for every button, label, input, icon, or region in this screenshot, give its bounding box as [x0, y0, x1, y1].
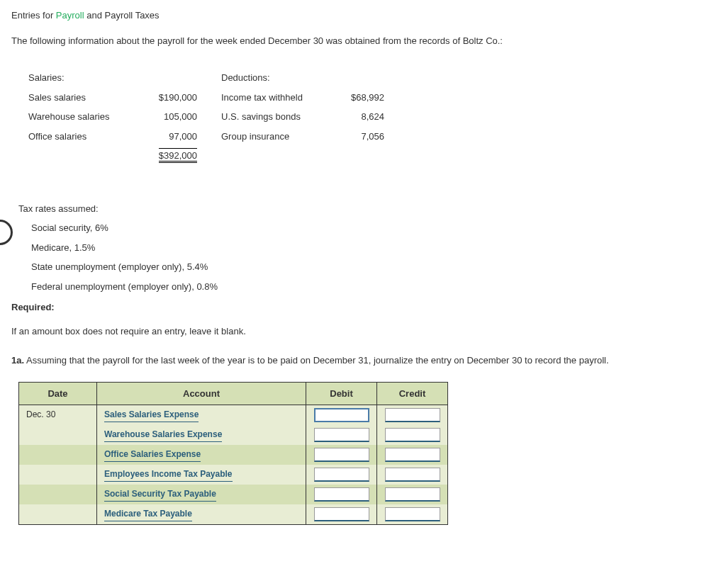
- journal-row: Office Salaries Expense: [19, 445, 448, 465]
- tax-item: State unemployment (employer only), 5.4%: [18, 260, 715, 274]
- deduction-row-amount: 7,056: [329, 128, 393, 146]
- debit-input[interactable]: [314, 468, 369, 482]
- journal-entry-table: Date Account Debit Credit Dec. 30 Sales …: [18, 382, 448, 526]
- account-dropdown[interactable]: Medicare Tax Payable: [104, 507, 192, 521]
- question-1a: 1a. Assuming that the payroll for the la…: [11, 354, 715, 368]
- account-header: Account: [97, 382, 306, 405]
- instruction-text: If an amount box does not require an ent…: [11, 324, 715, 339]
- credit-input[interactable]: [385, 468, 440, 482]
- salary-row-label: Sales salaries: [20, 89, 140, 107]
- journal-row: Medicare Tax Payable: [19, 504, 448, 525]
- journal-row: Warehouse Salaries Expense: [19, 425, 448, 445]
- debit-input[interactable]: [314, 487, 369, 502]
- credit-input[interactable]: [385, 428, 440, 442]
- date-header: Date: [19, 382, 97, 405]
- debit-header: Debit: [306, 382, 377, 405]
- account-dropdown[interactable]: Sales Salaries Expense: [104, 408, 199, 422]
- deduction-row-label: U.S. savings bonds: [207, 108, 328, 126]
- salary-row-label: Warehouse salaries: [20, 108, 140, 126]
- salary-row-label: Office salaries: [20, 128, 140, 146]
- debit-input[interactable]: [314, 507, 369, 521]
- deductions-header: Deductions:: [207, 69, 328, 87]
- title-prefix: Entries for: [11, 10, 56, 21]
- credit-input[interactable]: [385, 507, 440, 521]
- intro-text: The following information about the payr…: [11, 34, 715, 48]
- salaries-total: $392,000: [159, 148, 197, 163]
- deduction-row-amount: $68,992: [329, 89, 393, 107]
- required-label: Required:: [11, 300, 715, 315]
- checkpoint-indicator: [0, 220, 13, 245]
- question-text: Assuming that the payroll for the last w…: [24, 355, 609, 366]
- deduction-row-label: Group insurance: [207, 128, 328, 146]
- account-dropdown[interactable]: Warehouse Salaries Expense: [104, 428, 222, 442]
- credit-header: Credit: [377, 382, 448, 405]
- deduction-row-amount: 8,624: [329, 108, 393, 126]
- tax-header: Tax rates assumed:: [18, 202, 715, 216]
- journal-row: Dec. 30 Sales Salaries Expense: [19, 405, 448, 426]
- journal-row: Social Security Tax Payable: [19, 485, 448, 504]
- journal-date: Dec. 30: [19, 405, 97, 426]
- credit-input[interactable]: [385, 448, 440, 462]
- credit-input[interactable]: [385, 487, 440, 502]
- deduction-row-label: Income tax withheld: [207, 89, 328, 107]
- account-dropdown[interactable]: Office Salaries Expense: [104, 448, 201, 462]
- tax-item: Medicare, 1.5%: [18, 241, 715, 255]
- tax-item: Federal unemployment (employer only), 0.…: [18, 280, 715, 294]
- account-dropdown[interactable]: Social Security Tax Payable: [104, 487, 216, 502]
- debit-input[interactable]: [314, 408, 369, 422]
- tax-item: Social security, 6%: [18, 221, 715, 235]
- account-dropdown[interactable]: Employees Income Tax Payable: [104, 468, 233, 482]
- tax-rates-section: Tax rates assumed: Social security, 6% M…: [18, 202, 715, 294]
- salary-row-amount: $190,000: [142, 89, 206, 107]
- credit-input[interactable]: [385, 408, 440, 422]
- page-title: Entries for Payroll and Payroll Taxes: [11, 9, 715, 23]
- debit-input[interactable]: [314, 428, 369, 442]
- journal-row: Employees Income Tax Payable: [19, 465, 448, 485]
- payroll-link[interactable]: Payroll: [56, 10, 84, 21]
- salaries-header: Salaries:: [20, 69, 140, 87]
- question-number: 1a.: [11, 355, 24, 366]
- salary-row-amount: 97,000: [142, 128, 206, 146]
- payroll-info-table: Salaries: Deductions: Sales salaries $19…: [18, 67, 394, 166]
- title-suffix: and Payroll Taxes: [84, 10, 160, 21]
- salary-row-amount: 105,000: [142, 108, 206, 126]
- debit-input[interactable]: [314, 448, 369, 462]
